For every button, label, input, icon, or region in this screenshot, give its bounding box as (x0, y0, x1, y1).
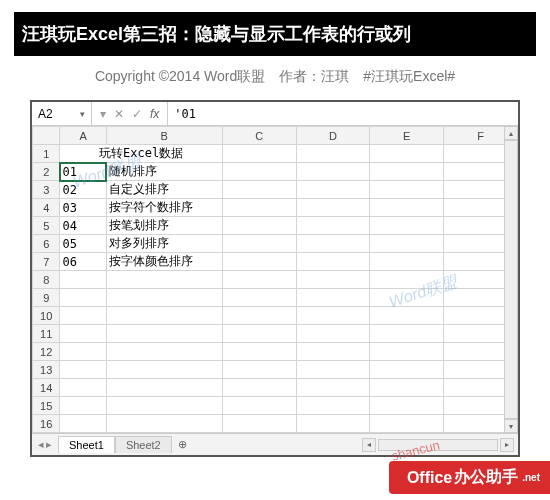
cell[interactable] (296, 199, 370, 217)
scroll-down-icon[interactable]: ▾ (504, 419, 518, 433)
cell[interactable] (60, 415, 106, 433)
cell[interactable] (222, 199, 296, 217)
cell[interactable] (296, 307, 370, 325)
row-header[interactable]: 4 (33, 199, 60, 217)
cell[interactable] (106, 307, 222, 325)
cell[interactable] (370, 325, 444, 343)
row-header[interactable]: 13 (33, 361, 60, 379)
cell[interactable] (222, 253, 296, 271)
cell[interactable] (222, 289, 296, 307)
cell[interactable] (222, 343, 296, 361)
row-header[interactable]: 15 (33, 397, 60, 415)
name-box[interactable]: A2 ▾ (32, 102, 92, 125)
cell[interactable] (222, 145, 296, 163)
cell[interactable]: 按笔划排序 (106, 217, 222, 235)
cell[interactable] (106, 397, 222, 415)
cell[interactable] (222, 181, 296, 199)
cell[interactable] (222, 361, 296, 379)
cell[interactable] (296, 397, 370, 415)
cell[interactable]: 05 (60, 235, 106, 253)
cell[interactable] (296, 253, 370, 271)
cell[interactable] (222, 415, 296, 433)
row-header[interactable]: 8 (33, 271, 60, 289)
cell-selected[interactable]: 01 (60, 163, 106, 181)
row-header[interactable]: 5 (33, 217, 60, 235)
fb-cancel-icon[interactable]: ✕ (114, 107, 124, 121)
cell[interactable] (370, 361, 444, 379)
col-header-D[interactable]: D (296, 127, 370, 145)
spreadsheet-grid[interactable]: A B C D E F 1 玩转Excel数据 2 01 随机排序 3 02 自… (32, 126, 518, 433)
fb-dropdown-icon[interactable]: ▾ (100, 107, 106, 121)
scroll-up-icon[interactable]: ▴ (504, 126, 518, 140)
scroll-track[interactable] (378, 439, 498, 451)
row-header[interactable]: 11 (33, 325, 60, 343)
cell[interactable] (370, 271, 444, 289)
row-header[interactable]: 2 (33, 163, 60, 181)
cell[interactable] (370, 307, 444, 325)
cell[interactable]: 自定义排序 (106, 181, 222, 199)
cell[interactable] (296, 217, 370, 235)
cell[interactable] (370, 235, 444, 253)
cell[interactable] (370, 181, 444, 199)
cell[interactable] (106, 415, 222, 433)
cell[interactable] (296, 415, 370, 433)
cell[interactable]: 对多列排序 (106, 235, 222, 253)
tab-nav-next-icon[interactable]: ▸ (46, 438, 52, 451)
cell[interactable] (60, 307, 106, 325)
formula-input[interactable]: '01 (168, 107, 518, 121)
scroll-left-icon[interactable]: ◂ (362, 438, 376, 452)
cell[interactable] (370, 289, 444, 307)
row-header[interactable]: 12 (33, 343, 60, 361)
cell[interactable] (60, 271, 106, 289)
cell[interactable] (370, 145, 444, 163)
cell[interactable] (222, 163, 296, 181)
cell[interactable] (296, 361, 370, 379)
fx-icon[interactable]: fx (150, 107, 159, 121)
cell[interactable]: 04 (60, 217, 106, 235)
cell[interactable] (60, 361, 106, 379)
cell[interactable]: 玩转Excel数据 (60, 145, 222, 163)
cell[interactable] (106, 379, 222, 397)
scroll-track[interactable] (504, 140, 518, 419)
row-header[interactable]: 16 (33, 415, 60, 433)
cell[interactable]: 按字体颜色排序 (106, 253, 222, 271)
cell[interactable] (222, 325, 296, 343)
row-header[interactable]: 6 (33, 235, 60, 253)
row-header[interactable]: 7 (33, 253, 60, 271)
cell[interactable]: 03 (60, 199, 106, 217)
horizontal-scrollbar[interactable]: ◂ ▸ (193, 438, 518, 452)
cell[interactable] (296, 235, 370, 253)
cell[interactable] (296, 325, 370, 343)
cell[interactable] (60, 379, 106, 397)
cell[interactable]: 02 (60, 181, 106, 199)
cell[interactable] (60, 397, 106, 415)
cell[interactable] (222, 379, 296, 397)
sheet-tab-1[interactable]: Sheet1 (58, 436, 115, 453)
cell[interactable] (296, 163, 370, 181)
col-header-A[interactable]: A (60, 127, 106, 145)
cell[interactable] (370, 199, 444, 217)
cell[interactable] (296, 289, 370, 307)
cell[interactable] (106, 343, 222, 361)
row-header[interactable]: 14 (33, 379, 60, 397)
cell[interactable] (370, 379, 444, 397)
cell[interactable] (106, 271, 222, 289)
cell[interactable] (370, 253, 444, 271)
cell[interactable] (222, 307, 296, 325)
fb-confirm-icon[interactable]: ✓ (132, 107, 142, 121)
cell[interactable]: 按字符个数排序 (106, 199, 222, 217)
cell[interactable] (222, 217, 296, 235)
cell[interactable] (106, 325, 222, 343)
col-header-C[interactable]: C (222, 127, 296, 145)
cell[interactable] (370, 415, 444, 433)
sheet-tab-2[interactable]: Sheet2 (115, 436, 172, 453)
tab-nav-prev-icon[interactable]: ◂ (38, 438, 44, 451)
cell[interactable] (370, 163, 444, 181)
cell[interactable] (296, 379, 370, 397)
cell[interactable] (222, 235, 296, 253)
cell[interactable] (370, 217, 444, 235)
cell[interactable] (222, 397, 296, 415)
col-header-E[interactable]: E (370, 127, 444, 145)
row-header[interactable]: 3 (33, 181, 60, 199)
cell[interactable] (222, 271, 296, 289)
